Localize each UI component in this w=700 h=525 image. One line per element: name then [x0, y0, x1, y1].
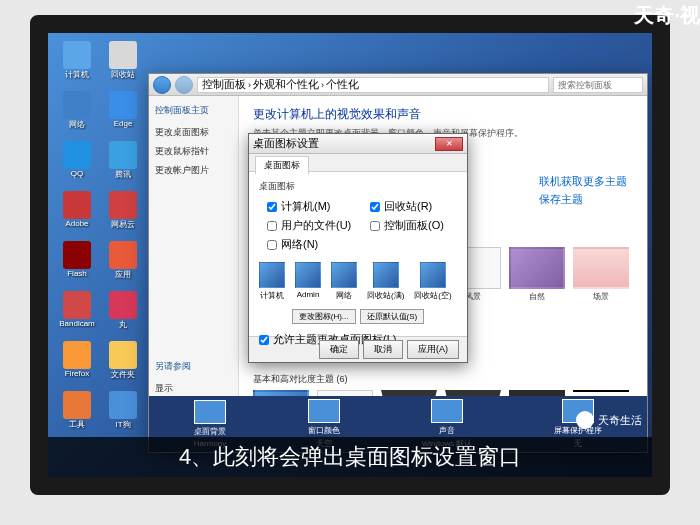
dialog-title-text: 桌面图标设置 [253, 136, 319, 151]
breadcrumb-seg[interactable]: 控制面板 [202, 77, 246, 92]
icon-checkbox-row[interactable]: 回收站(R) [370, 199, 457, 214]
breadcrumb-seg[interactable]: 个性化 [326, 77, 359, 92]
checkbox[interactable] [267, 202, 277, 212]
theme-label: 自然 [529, 291, 545, 302]
app-icon [109, 341, 137, 369]
icon-image [373, 262, 399, 288]
icon-preview[interactable]: 计算机 [259, 262, 285, 301]
icon-name: 计算机 [260, 290, 284, 301]
app-icon [109, 391, 137, 419]
icon-label: 回收站 [102, 69, 144, 80]
cp-titlebar: 控制面板 › 外观和个性化 › 个性化 [149, 74, 647, 96]
icon-label: 计算机 [56, 69, 98, 80]
checkbox-label: 网络(N) [281, 237, 318, 252]
breadcrumb[interactable]: 控制面板 › 外观和个性化 › 个性化 [197, 77, 549, 93]
tab-desktop-icons[interactable]: 桌面图标 [255, 156, 309, 174]
app-icon [63, 241, 91, 269]
setting-icon [431, 399, 463, 423]
theme-label: 场景 [593, 291, 609, 302]
desktop-icon[interactable]: Adobe [56, 191, 98, 235]
desktop-icon[interactable]: Flash [56, 241, 98, 285]
app-icon [109, 241, 137, 269]
icon-preview[interactable]: 回收站(空) [414, 262, 451, 301]
sidebar-item[interactable]: 更改桌面图标 [155, 123, 232, 142]
icon-label: 应用 [102, 269, 144, 280]
icon-image [259, 262, 285, 288]
theme-item[interactable]: 自然 [509, 247, 565, 302]
icon-label: IT狗 [102, 419, 144, 430]
caption-text: 4、此刻将会弹出桌面图标设置窗口 [48, 437, 652, 477]
desktop-icon[interactable]: 应用 [102, 241, 144, 285]
icon-preview[interactable]: 回收站(满) [367, 262, 404, 301]
desktop-icon-settings-dialog: 桌面图标设置 ✕ 桌面图标 桌面图标 计算机(M)回收站(R)用户的文件(U)控… [248, 133, 468, 363]
apply-button[interactable]: 应用(A) [407, 340, 459, 359]
checkbox[interactable] [370, 202, 380, 212]
forward-button[interactable] [175, 76, 193, 94]
dialog-titlebar: 桌面图标设置 ✕ [249, 134, 467, 154]
icon-label: Adobe [56, 219, 98, 228]
desktop-icon[interactable]: 计算机 [56, 41, 98, 85]
change-icon-button[interactable]: 更改图标(H)... [292, 309, 356, 324]
icon-label: 工具 [56, 419, 98, 430]
icon-preview[interactable]: 网络 [331, 262, 357, 301]
desktop-icon[interactable]: IT狗 [102, 391, 144, 435]
dialog-body: 桌面图标 计算机(M)回收站(R)用户的文件(U)控制面板(O)网络(N) 计算… [249, 172, 467, 336]
icon-label: 丸 [102, 319, 144, 330]
back-button[interactable] [153, 76, 171, 94]
app-icon [109, 291, 137, 319]
app-icon [63, 291, 91, 319]
app-icon [63, 391, 91, 419]
icon-image [295, 262, 321, 288]
cancel-button[interactable]: 取消 [363, 340, 403, 359]
desktop-icon[interactable]: 腾讯 [102, 141, 144, 185]
desktop-icon[interactable]: 网络 [56, 91, 98, 135]
icon-name: 网络 [336, 290, 352, 301]
sidebar-item[interactable]: 更改帐户图片 [155, 161, 232, 180]
icon-label: Firefox [56, 369, 98, 378]
ok-button[interactable]: 确定 [319, 340, 359, 359]
checkbox[interactable] [267, 221, 277, 231]
breadcrumb-seg[interactable]: 外观和个性化 [253, 77, 319, 92]
allow-theme-checkbox[interactable] [259, 335, 269, 345]
watermark-top-right: 天奇·视 [634, 2, 700, 29]
desktop-icons-grid: 计算机回收站网络EdgeQQ腾讯Adobe网易云Flash应用Bandicam丸… [56, 41, 144, 435]
desktop-icon[interactable]: 网易云 [102, 191, 144, 235]
setting-icon [308, 399, 340, 423]
close-button[interactable]: ✕ [435, 137, 463, 151]
icon-name: Admin [297, 290, 320, 299]
desktop-icon[interactable]: 工具 [56, 391, 98, 435]
checkbox-label: 回收站(R) [384, 199, 432, 214]
icon-label: Edge [102, 119, 144, 128]
app-icon [109, 141, 137, 169]
checkbox[interactable] [267, 240, 277, 250]
desktop-icon[interactable]: 文件夹 [102, 341, 144, 385]
app-icon [63, 191, 91, 219]
desktop-icon[interactable]: 回收站 [102, 41, 144, 85]
checkbox[interactable] [370, 221, 380, 231]
app-icon [63, 41, 91, 69]
icon-checkbox-row[interactable]: 网络(N) [267, 237, 354, 252]
desktop-icon[interactable]: Firefox [56, 341, 98, 385]
desktop-icon[interactable]: 丸 [102, 291, 144, 335]
desktop-icon[interactable]: Bandicam [56, 291, 98, 335]
app-icon [63, 91, 91, 119]
icon-name: 回收站(满) [367, 290, 404, 301]
icon-preview[interactable]: Admin [295, 262, 321, 301]
theme-item[interactable]: 场景 [573, 247, 629, 302]
icon-label: Flash [56, 269, 98, 278]
link-save[interactable]: 保存主题 [539, 192, 627, 207]
icon-image [420, 262, 446, 288]
icon-checkbox-row[interactable]: 计算机(M) [267, 199, 354, 214]
desktop-icon[interactable]: Edge [102, 91, 144, 135]
search-input[interactable] [553, 77, 643, 93]
app-icon [63, 141, 91, 169]
icon-checkbox-row[interactable]: 控制面板(O) [370, 218, 457, 233]
restore-default-button[interactable]: 还原默认值(S) [360, 309, 425, 324]
link-online[interactable]: 联机获取更多主题 [539, 174, 627, 189]
app-icon [109, 191, 137, 219]
checkbox-label: 控制面板(O) [384, 218, 444, 233]
desktop-icon[interactable]: QQ [56, 141, 98, 185]
icon-checkbox-row[interactable]: 用户的文件(U) [267, 218, 354, 233]
desktop-screen: 计算机回收站网络EdgeQQ腾讯Adobe网易云Flash应用Bandicam丸… [48, 33, 652, 477]
sidebar-item[interactable]: 更改鼠标指针 [155, 142, 232, 161]
